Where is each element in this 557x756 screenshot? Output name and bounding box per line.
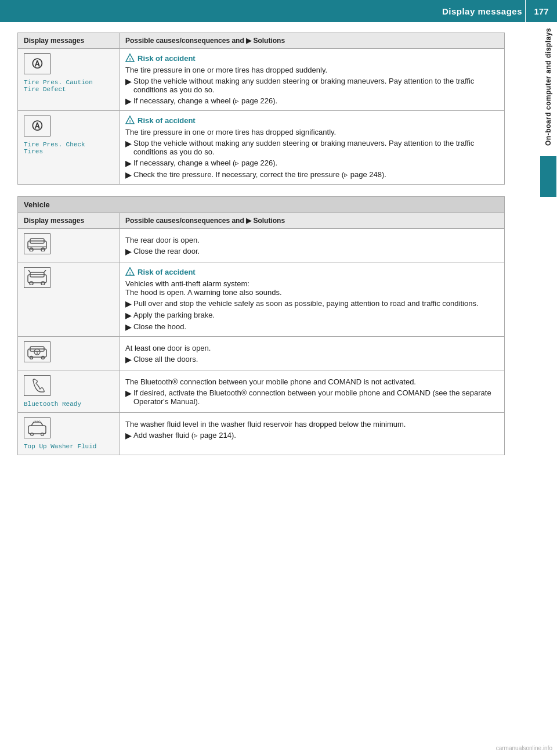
bullet-text: Apply the parking brake. — [133, 311, 215, 319]
section-header-label: Vehicle — [18, 197, 505, 213]
col1-header: Display messages — [18, 33, 120, 49]
bullet-arrow-icon: ▶ — [125, 139, 131, 148]
table-row: The rear door is open. ▶ Close the rear … — [18, 229, 505, 262]
bullet-item: ▶ Close the rear door. — [125, 247, 498, 256]
solution-cell: ! Risk of accident The tire pressure in … — [120, 111, 505, 185]
exclamation-icon: Ⓐ — [32, 57, 42, 71]
display-message-cell: Bluetooth Ready — [18, 370, 120, 413]
table-row: Bluetooth Ready The Bluetooth® connectio… — [18, 370, 505, 413]
bullet-arrow-icon: ▶ — [125, 97, 131, 106]
table-row: 1 At least one door is open. ▶ Close all… — [18, 337, 505, 370]
svg-rect-23 — [28, 426, 46, 434]
bluetooth-icon-box — [24, 375, 50, 396]
bullet-arrow-icon: ▶ — [125, 159, 131, 168]
svg-point-6 — [30, 248, 33, 251]
body-text: The tire pressure in one or more tires h… — [125, 66, 498, 74]
bullet-arrow-icon: ▶ — [125, 323, 131, 332]
solution-cell: ! Risk of accident Vehicles with anti-th… — [120, 262, 505, 337]
svg-line-14 — [44, 270, 46, 272]
svg-point-11 — [30, 282, 33, 285]
body-text: The rear door is open. — [125, 236, 498, 244]
bullet-text: If necessary, change a wheel (▹ page 226… — [133, 159, 277, 167]
bullet-text: Pull over and stop the vehicle safely as… — [133, 299, 479, 308]
tire-check-icon-box: Ⓐ — [24, 116, 50, 136]
body-text: The Bluetooth® connection between your m… — [125, 377, 498, 386]
svg-point-7 — [41, 248, 45, 251]
section-header-row: Vehicle — [18, 197, 505, 213]
solution-cell: The washer fluid level in the washer flu… — [120, 413, 505, 455]
side-tab: On-board computer and displays — [540, 22, 557, 197]
warning-triangle-icon: ! — [125, 53, 135, 63]
bullet-item: ▶ If necessary, change a wheel (▹ page 2… — [125, 96, 498, 106]
vehicle-table: Vehicle Display messages Possible causes… — [17, 196, 505, 455]
svg-point-12 — [41, 282, 45, 285]
col-header-row: Display messages Possible causes/consequ… — [18, 33, 505, 49]
bullet-text: Stop the vehicle without making any sudd… — [133, 77, 498, 94]
bullet-item: ▶ Check the tire pressure. If necessary,… — [125, 170, 498, 179]
tire-check-label: Tire Pres. CheckTires — [24, 141, 113, 155]
bluetooth-icon — [28, 378, 46, 393]
risk-of-accident-badge: ! Risk of accident — [125, 267, 498, 276]
header-title: Display messages — [442, 6, 522, 16]
bullet-text: Add washer fluid (▹ page 214). — [133, 431, 236, 440]
solution-cell: The Bluetooth® connection between your m… — [120, 370, 505, 413]
col1-header: Display messages — [18, 213, 120, 229]
bullet-item: ▶ If desired, activate the Bluetooth® co… — [125, 388, 498, 406]
display-message-cell: Top Up Washer Fluid — [18, 413, 120, 455]
bullet-item: ▶ Stop the vehicle without making any su… — [125, 77, 498, 94]
svg-line-28 — [38, 420, 40, 422]
bullet-arrow-icon: ▶ — [125, 389, 131, 398]
svg-text:1: 1 — [36, 351, 38, 355]
exclamation-icon: Ⓐ — [32, 119, 42, 133]
bullet-item: ▶ If necessary, change a wheel (▹ page 2… — [125, 159, 498, 168]
bullet-arrow-icon: ▶ — [125, 355, 131, 364]
col2-header: Possible causes/consequences and ▶ Solut… — [120, 33, 505, 49]
solution-cell: The rear door is open. ▶ Close the rear … — [120, 229, 505, 262]
warning-triangle-icon: ! — [125, 116, 135, 125]
bullet-text: If desired, activate the Bluetooth® conn… — [133, 388, 498, 406]
bullet-arrow-icon: ▶ — [125, 171, 131, 179]
bullet-arrow-icon: ▶ — [125, 311, 131, 320]
bullet-text: Stop the vehicle without making any sudd… — [133, 139, 498, 156]
display-message-cell: Ⓐ Tire Pres. CautionTire Defect — [18, 49, 120, 111]
car-rear-icon-box — [24, 233, 50, 254]
washer-fluid-icon-box — [24, 417, 50, 438]
svg-text:!: ! — [129, 271, 131, 276]
solution-cell: At least one door is open. ▶ Close all t… — [120, 337, 505, 370]
display-message-cell: Ⓐ Tire Pres. CheckTires — [18, 111, 120, 185]
bullet-item: ▶ Pull over and stop the vehicle safely … — [125, 299, 498, 308]
washer-fluid-label: Top Up Washer Fluid — [24, 443, 113, 450]
bullet-item: ▶ Add washer fluid (▹ page 214). — [125, 431, 498, 440]
body-text: At least one door is open. — [125, 344, 498, 352]
risk-of-accident-badge: ! Risk of accident — [125, 53, 498, 63]
display-message-cell — [18, 262, 120, 337]
table-row: ! Risk of accident Vehicles with anti-th… — [18, 262, 505, 337]
header-bar: Display messages 177 — [0, 0, 557, 22]
table-row: Top Up Washer Fluid The washer fluid lev… — [18, 413, 505, 455]
bullet-text: Close all the doors. — [133, 355, 198, 363]
tire-pressure-table: Display messages Possible causes/consequ… — [17, 33, 505, 185]
washer-fluid-icon — [26, 420, 49, 436]
svg-point-19 — [30, 357, 33, 359]
side-tab-block — [540, 156, 556, 197]
risk-of-accident-badge: ! Risk of accident — [125, 116, 498, 125]
body-text: Vehicles with anti-theft alarm system:Th… — [125, 279, 498, 297]
watermark: carmanualsonline.info — [496, 745, 552, 751]
warning-triangle-icon: ! — [125, 267, 135, 276]
door-open-icon-box: 1 — [24, 341, 50, 362]
bluetooth-ready-label: Bluetooth Ready — [24, 401, 113, 408]
bullet-text: If necessary, change a wheel (▹ page 226… — [133, 96, 277, 105]
col-header-row: Display messages Possible causes/consequ… — [18, 213, 505, 229]
car-front-icon-box — [24, 267, 50, 288]
bullet-arrow-icon: ▶ — [125, 300, 131, 308]
table-row: Ⓐ Tire Pres. CheckTires ! Risk of accide… — [18, 111, 505, 185]
bullet-item: ▶ Apply the parking brake. — [125, 311, 498, 320]
bullet-text: Close the rear door. — [133, 247, 200, 255]
page-number: 177 — [525, 0, 557, 22]
bullet-arrow-icon: ▶ — [125, 77, 131, 86]
body-text: The tire pressure in one or more tires h… — [125, 128, 498, 136]
body-text: The washer fluid level in the washer flu… — [125, 420, 498, 429]
car-rear-icon — [26, 236, 49, 251]
bullet-arrow-icon: ▶ — [125, 431, 131, 440]
svg-line-26 — [34, 420, 36, 422]
